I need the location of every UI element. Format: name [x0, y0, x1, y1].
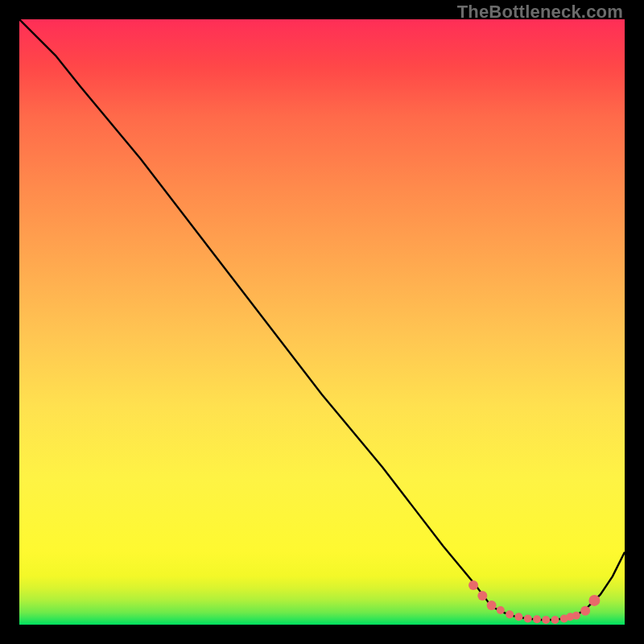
highlight-marker	[487, 601, 497, 610]
highlight-marker	[497, 606, 505, 614]
gradient-plot-area	[19, 19, 625, 625]
highlight-marker	[533, 615, 541, 623]
bottleneck-curve	[19, 19, 625, 620]
highlight-markers	[469, 580, 600, 624]
chart-frame: TheBottleneck.com	[0, 0, 644, 644]
highlight-marker	[506, 610, 514, 618]
curve-group	[19, 19, 625, 624]
highlight-marker	[588, 595, 600, 606]
plot-overlay	[19, 19, 625, 625]
highlight-marker	[477, 591, 487, 601]
highlight-marker	[469, 580, 478, 590]
highlight-marker	[580, 606, 590, 616]
highlight-marker	[542, 616, 550, 624]
highlight-marker	[514, 613, 522, 621]
highlight-marker	[524, 615, 532, 623]
highlight-marker	[572, 612, 580, 620]
highlight-marker	[551, 616, 559, 624]
